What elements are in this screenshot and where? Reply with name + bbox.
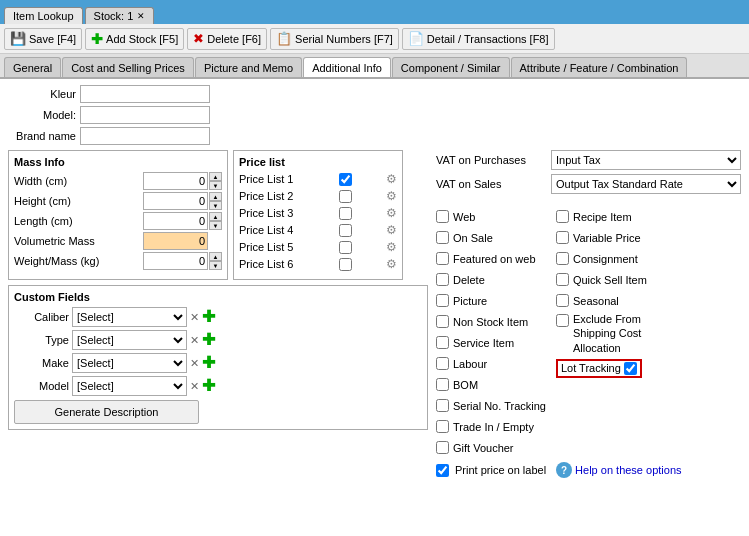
price-list-5-gear-icon[interactable]: ⚙	[386, 240, 397, 254]
checkbox-col-right: Recipe Item Variable Price Consignment Q…	[556, 207, 647, 457]
type-clear-icon[interactable]: ✕	[190, 334, 199, 347]
length-down-btn[interactable]: ▼	[209, 221, 222, 230]
checkbox-col-left: Web On Sale Featured on web Delete	[436, 207, 546, 457]
detail-transactions-button[interactable]: 📄 Detail / Transactions [F8]	[402, 28, 555, 50]
recipe-item-checkbox[interactable]	[556, 210, 569, 223]
weight-down-btn[interactable]: ▼	[209, 261, 222, 270]
type-select[interactable]: [Select]	[72, 330, 187, 350]
price-list-4-row: Price List 4 ⚙	[239, 223, 397, 237]
price-list-4-checkbox[interactable]	[339, 224, 352, 237]
tab-item-lookup[interactable]: Item Lookup	[4, 7, 83, 24]
lot-tracking-checkbox[interactable]	[624, 362, 637, 375]
width-input[interactable]	[143, 172, 208, 190]
price-list-4-gear-icon[interactable]: ⚙	[386, 223, 397, 237]
labour-row: Labour	[436, 354, 546, 373]
price-list-5-row: Price List 5 ⚙	[239, 240, 397, 254]
tab-picture-memo[interactable]: Picture and Memo	[195, 57, 302, 77]
price-list-1-gear-icon[interactable]: ⚙	[386, 172, 397, 186]
generate-description-button[interactable]: Generate Description	[14, 400, 199, 424]
price-list-2-label: Price List 2	[239, 190, 304, 202]
tab-component-similar[interactable]: Component / Similar	[392, 57, 510, 77]
seasonal-checkbox[interactable]	[556, 294, 569, 307]
weight-row: Weight/Mass (kg) ▲ ▼	[14, 252, 222, 270]
serial-tracking-checkbox[interactable]	[436, 399, 449, 412]
kleur-label: Kleur	[8, 88, 76, 100]
length-up-btn[interactable]: ▲	[209, 212, 222, 221]
non-stock-checkbox[interactable]	[436, 315, 449, 328]
tab-stock[interactable]: Stock: 1 ✕	[85, 7, 155, 24]
weight-input[interactable]	[143, 252, 208, 270]
height-input[interactable]	[143, 192, 208, 210]
price-list-1-checkbox[interactable]	[339, 173, 352, 186]
price-list-3-checkbox[interactable]	[339, 207, 352, 220]
custom-fields-section: Custom Fields Caliber [Select] ✕ ✚ Type …	[8, 285, 428, 430]
picture-checkbox[interactable]	[436, 294, 449, 307]
type-add-icon[interactable]: ✚	[202, 332, 215, 348]
volumetric-input[interactable]	[143, 232, 208, 250]
tab-close-icon[interactable]: ✕	[137, 11, 145, 21]
consignment-checkbox[interactable]	[556, 252, 569, 265]
custom-model-clear-icon[interactable]: ✕	[190, 380, 199, 393]
delete-checkbox[interactable]	[436, 273, 449, 286]
length-label: Length (cm)	[14, 215, 109, 227]
add-stock-button[interactable]: ✚ Add Stock [F5]	[85, 28, 184, 50]
custom-model-add-icon[interactable]: ✚	[202, 378, 215, 394]
width-down-btn[interactable]: ▼	[209, 181, 222, 190]
trade-in-checkbox[interactable]	[436, 420, 449, 433]
type-label: Type	[14, 334, 69, 346]
tab-cost-selling[interactable]: Cost and Selling Prices	[62, 57, 194, 77]
serial-tracking-row: Serial No. Tracking	[436, 396, 546, 415]
exclude-shipping-checkbox[interactable]	[556, 314, 569, 327]
make-select[interactable]: [Select]	[72, 353, 187, 373]
help-icon[interactable]: ?	[556, 462, 572, 478]
price-list-1-label: Price List 1	[239, 173, 304, 185]
tab-additional[interactable]: Additional Info	[303, 57, 391, 77]
custom-fields-title: Custom Fields	[14, 291, 422, 303]
brand-input[interactable]	[80, 127, 210, 145]
make-add-icon[interactable]: ✚	[202, 355, 215, 371]
price-list-2-checkbox[interactable]	[339, 190, 352, 203]
help-text: Help on these options	[575, 464, 681, 476]
variable-price-checkbox[interactable]	[556, 231, 569, 244]
vat-sales-select[interactable]: Input Tax Output Tax Standard Rate None	[551, 174, 741, 194]
caliber-add-icon[interactable]: ✚	[202, 309, 215, 325]
length-input[interactable]	[143, 212, 208, 230]
width-up-btn[interactable]: ▲	[209, 172, 222, 181]
web-label: Web	[453, 211, 475, 223]
price-list-6-gear-icon[interactable]: ⚙	[386, 257, 397, 271]
price-list-2-gear-icon[interactable]: ⚙	[386, 189, 397, 203]
delete-button[interactable]: ✖ Delete [F6]	[187, 28, 267, 50]
featured-web-checkbox[interactable]	[436, 252, 449, 265]
web-checkbox[interactable]	[436, 210, 449, 223]
caliber-select[interactable]: [Select]	[72, 307, 187, 327]
custom-model-select[interactable]: [Select]	[72, 376, 187, 396]
weight-up-btn[interactable]: ▲	[209, 252, 222, 261]
make-clear-icon[interactable]: ✕	[190, 357, 199, 370]
kleur-input[interactable]	[80, 85, 210, 103]
price-list-6-checkbox[interactable]	[339, 258, 352, 271]
service-item-checkbox[interactable]	[436, 336, 449, 349]
tab-general[interactable]: General	[4, 57, 61, 77]
seasonal-row: Seasonal	[556, 291, 647, 310]
help-button[interactable]: ? Help on these options	[556, 462, 681, 478]
on-sale-checkbox[interactable]	[436, 231, 449, 244]
bom-checkbox[interactable]	[436, 378, 449, 391]
caliber-clear-icon[interactable]: ✕	[190, 311, 199, 324]
height-down-btn[interactable]: ▼	[209, 201, 222, 210]
gift-voucher-checkbox[interactable]	[436, 441, 449, 454]
labour-checkbox[interactable]	[436, 357, 449, 370]
vat-purchases-select[interactable]: Input Tax Output Tax Standard Rate None	[551, 150, 741, 170]
print-label-checkbox[interactable]	[436, 464, 449, 477]
model-input[interactable]	[80, 106, 210, 124]
tab-attribute-feature[interactable]: Attribute / Feature / Combination	[511, 57, 688, 77]
price-list-3-gear-icon[interactable]: ⚙	[386, 206, 397, 220]
non-stock-row: Non Stock Item	[436, 312, 546, 331]
price-list-5-checkbox[interactable]	[339, 241, 352, 254]
lot-tracking-row: Lot Tracking	[556, 359, 647, 378]
serial-numbers-button[interactable]: 📋 Serial Numbers [F7]	[270, 28, 399, 50]
height-up-btn[interactable]: ▲	[209, 192, 222, 201]
save-button[interactable]: 💾 Save [F4]	[4, 28, 82, 50]
length-row: Length (cm) ▲ ▼	[14, 212, 222, 230]
quick-sell-checkbox[interactable]	[556, 273, 569, 286]
labour-label: Labour	[453, 358, 487, 370]
